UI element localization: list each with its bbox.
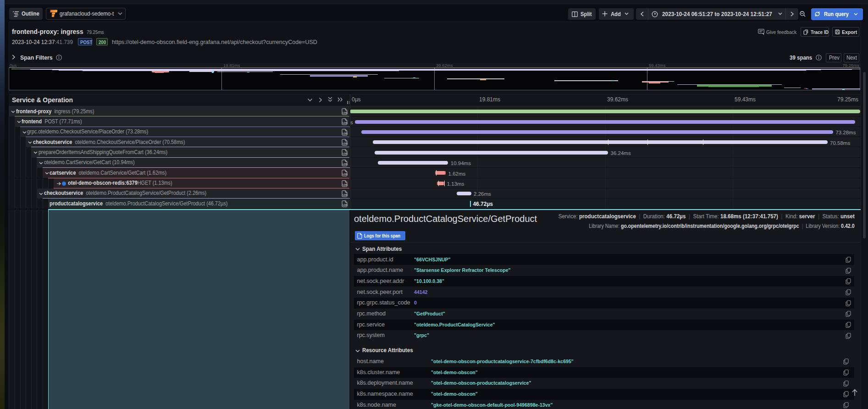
svg-text:LOG: LOG <box>343 163 348 166</box>
svg-text:LOG: LOG <box>343 193 348 196</box>
svg-text:LOG: LOG <box>343 122 348 125</box>
svg-text:LOG: LOG <box>343 204 348 206</box>
svg-text:LOG: LOG <box>343 173 348 176</box>
svg-text:LOG: LOG <box>343 111 348 114</box>
svg-text:LOG: LOG <box>343 153 348 155</box>
svg-text:LOG: LOG <box>343 183 348 186</box>
svg-text:LOG: LOG <box>343 142 348 145</box>
svg-text:LOG: LOG <box>343 132 348 135</box>
